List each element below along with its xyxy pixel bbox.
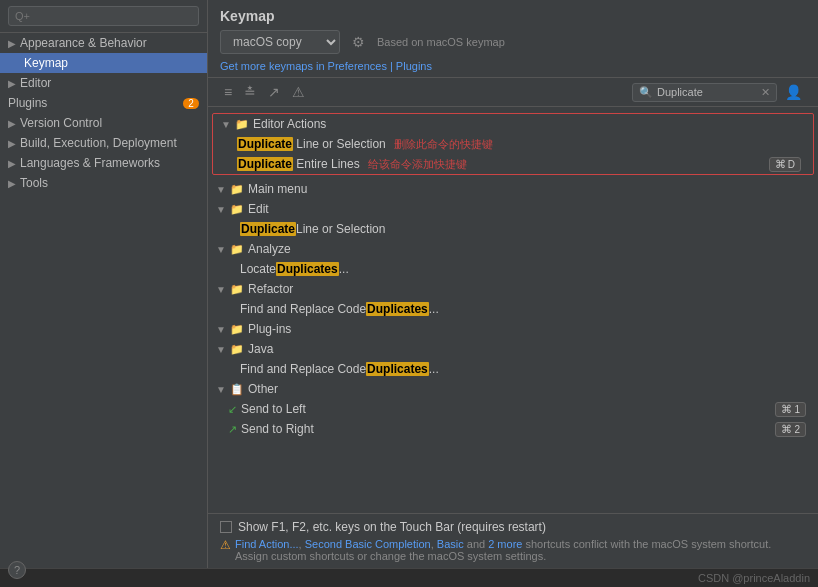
help-button[interactable]: ? xyxy=(8,561,26,579)
sidebar-search-container xyxy=(0,0,207,33)
arrow-icon: ▶ xyxy=(8,138,16,149)
conflict-link-2-more[interactable]: 2 more xyxy=(488,538,522,550)
sidebar-label: Version Control xyxy=(20,116,102,130)
editor-actions-header[interactable]: ▼ 📁 Editor Actions xyxy=(213,114,813,134)
content-header: Keymap macOS copy ⚙ Based on macOS keyma… xyxy=(208,0,818,78)
plugins-header[interactable]: ▼ 📁 Plug-ins xyxy=(208,319,818,339)
toolbar: ≡ ≛ ↗ ⚠ 🔍 ✕ 👤 xyxy=(208,78,818,107)
arrow-icon: ▶ xyxy=(8,158,16,169)
warning-triangle-icon: ⚠ xyxy=(220,538,231,552)
java-header[interactable]: ▼ 📁 Java xyxy=(208,339,818,359)
row-label-rest2: Entire Lines xyxy=(293,157,360,171)
annotation-delete: 删除此命令的快捷键 xyxy=(394,137,493,152)
plugins-badge: 2 xyxy=(183,98,199,109)
other-label: Other xyxy=(248,382,278,396)
edit-label: Edit xyxy=(248,202,269,216)
user-icon-button[interactable]: 👤 xyxy=(781,82,806,102)
highlight-duplicates1: Duplicates xyxy=(276,262,339,276)
arrow-icon: ▶ xyxy=(8,178,16,189)
touch-bar-checkbox[interactable] xyxy=(220,521,232,533)
collapse-arrow-icon: ▼ xyxy=(216,244,228,255)
collapse-arrow-icon: ▼ xyxy=(216,184,228,195)
highlight-duplicate3: Duplicate xyxy=(240,222,296,236)
arrow-icon: ▶ xyxy=(8,118,16,129)
find-label-r: Find and Replace Code xyxy=(240,302,366,316)
folder-icon: 📁 xyxy=(230,343,244,356)
send-left-label: Send to Left xyxy=(241,402,306,416)
sidebar-item-version-control[interactable]: ▶ Version Control xyxy=(0,113,207,133)
collapse-all-button[interactable]: ≛ xyxy=(240,82,260,102)
send-right-label: Send to Right xyxy=(241,422,314,436)
gear-button[interactable]: ⚙ xyxy=(348,32,369,52)
highlight-duplicate: Duplicate xyxy=(237,137,293,151)
sidebar-item-tools[interactable]: ▶ Tools xyxy=(0,173,207,193)
main-menu-label: Main menu xyxy=(248,182,307,196)
folder-icon: 📁 xyxy=(230,283,244,296)
conflict-description: shortcuts conflict with the macOS system… xyxy=(526,538,772,550)
refactor-header[interactable]: ▼ 📁 Refactor xyxy=(208,279,818,299)
tree-row-duplicate-line[interactable]: Duplicate Line or Selection 删除此命令的快捷键 xyxy=(213,134,813,154)
shortcut-cmd-d: ⌘D xyxy=(769,157,801,172)
folder-icon: 📁 xyxy=(235,118,249,131)
analyze-header[interactable]: ▼ 📁 Analyze xyxy=(208,239,818,259)
keymap-select[interactable]: macOS copy xyxy=(220,30,340,54)
tree-row-duplicate-edit[interactable]: Duplicate Line or Selection xyxy=(208,219,818,239)
main-menu-header[interactable]: ▼ 📁 Main menu xyxy=(208,179,818,199)
sidebar-item-languages[interactable]: ▶ Languages & Frameworks xyxy=(0,153,207,173)
sidebar-item-build-execution[interactable]: ▶ Build, Execution, Deployment xyxy=(0,133,207,153)
refactor-label: Refactor xyxy=(248,282,293,296)
sidebar-label: Build, Execution, Deployment xyxy=(20,136,177,150)
sidebar-item-editor[interactable]: ▶ Editor xyxy=(0,73,207,93)
based-on-text: Based on macOS keymap xyxy=(377,36,505,48)
page-title: Keymap xyxy=(220,8,806,24)
shortcut-cmd2: ⌘2 xyxy=(775,422,806,437)
sidebar-item-appearance-behavior[interactable]: ▶ Appearance & Behavior xyxy=(0,33,207,53)
sidebar-label: Languages & Frameworks xyxy=(20,156,160,170)
find-label-j: Find and Replace Code xyxy=(240,362,366,376)
get-more-link[interactable]: Get more keymaps in Preferences | Plugin… xyxy=(220,60,432,72)
tree-row-send-left[interactable]: ↙ Send to Left ⌘1 xyxy=(208,399,818,419)
tree-row-locate-duplicates[interactable]: Locate Duplicates ... xyxy=(208,259,818,279)
clear-search-icon[interactable]: ✕ xyxy=(761,86,770,99)
keymap-selector-row: macOS copy ⚙ Based on macOS keymap xyxy=(220,30,806,54)
warning-button[interactable]: ⚠ xyxy=(288,82,309,102)
expand-all-button[interactable]: ≡ xyxy=(220,82,236,102)
touch-bar-label: Show F1, F2, etc. keys on the Touch Bar … xyxy=(238,520,546,534)
sidebar-search-input[interactable] xyxy=(8,6,199,26)
shortcut-badge-cmd2: ⌘2 xyxy=(775,422,806,437)
search-input[interactable] xyxy=(657,86,757,98)
add-shortcut-button[interactable]: ↗ xyxy=(264,82,284,102)
collapse-arrow-icon: ▼ xyxy=(216,344,228,355)
row-label: Duplicate Line or Selection xyxy=(237,137,386,151)
conflict-link-basic[interactable]: Basic xyxy=(437,538,464,550)
row-label-edit: Line or Selection xyxy=(296,222,385,236)
edit-header[interactable]: ▼ 📁 Edit xyxy=(208,199,818,219)
conflict-link-second-basic[interactable]: Second Basic Completion xyxy=(305,538,431,550)
main-menu-group: ▼ 📁 Main menu ▼ 📁 Edit Duplicate Line or… xyxy=(208,179,818,319)
analyze-label: Analyze xyxy=(248,242,291,256)
sidebar-label: Keymap xyxy=(24,56,68,70)
conflict-link-find-action[interactable]: Find Action... xyxy=(235,538,299,550)
dots3: ... xyxy=(429,362,439,376)
other-header[interactable]: ▼ 📋 Other xyxy=(208,379,818,399)
tree-row-duplicate-entire[interactable]: Duplicate Entire Lines 给该命令添加快捷键 ⌘D xyxy=(213,154,813,174)
shortcut-cmd1: ⌘1 xyxy=(775,402,806,417)
send-right-icon: ↗ xyxy=(228,423,237,436)
tree-row-find-replace-refactor[interactable]: Find and Replace Code Duplicates ... xyxy=(208,299,818,319)
tree-row-find-replace-java[interactable]: Find and Replace Code Duplicates ... xyxy=(208,359,818,379)
highlight-duplicates3: Duplicates xyxy=(366,362,429,376)
collapse-arrow-icon: ▼ xyxy=(216,384,228,395)
collapse-arrow-icon: ▼ xyxy=(216,204,228,215)
folder-icon: 📁 xyxy=(230,203,244,216)
search-icon: 🔍 xyxy=(639,86,653,99)
tree-row-send-right[interactable]: ↗ Send to Right ⌘2 xyxy=(208,419,818,439)
annotation-add: 给该命令添加快捷键 xyxy=(368,157,467,172)
sidebar-item-keymap[interactable]: Keymap xyxy=(0,53,207,73)
shortcut-badge-cmd1: ⌘1 xyxy=(775,402,806,417)
plugins-label: Plug-ins xyxy=(248,322,291,336)
sidebar-item-plugins[interactable]: Plugins 2 xyxy=(0,93,207,113)
conflict-instruction: Assign custom shortcuts or change the ma… xyxy=(235,550,546,562)
bottom-section: Show F1, F2, etc. keys on the Touch Bar … xyxy=(208,513,818,568)
conflict-row: ⚠ Find Action..., Second Basic Completio… xyxy=(220,538,806,562)
sidebar-label: Editor xyxy=(20,76,51,90)
